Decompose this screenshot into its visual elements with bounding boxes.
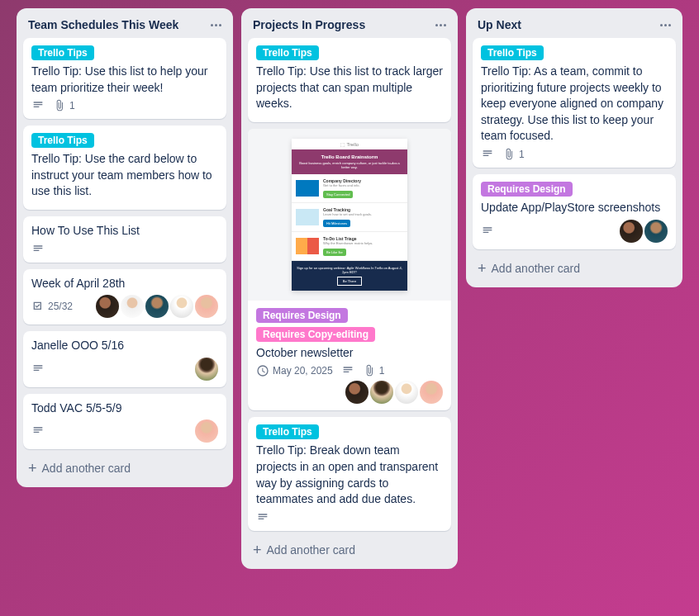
description-icon: [481, 225, 494, 238]
description-icon: [31, 99, 45, 112]
list-menu-button[interactable]: [660, 24, 671, 26]
card-title: Janelle OOO 5/16: [31, 338, 218, 354]
card-title: Week of April 28th: [31, 276, 218, 292]
label-trello-tips[interactable]: Trello Tips: [256, 45, 319, 60]
checklist-badge: 25/32: [31, 300, 73, 313]
avatar[interactable]: [644, 220, 668, 243]
card-october-newsletter[interactable]: ⬚ Trello Trello Board BrainstormBoost bu…: [248, 129, 451, 411]
card-members: [96, 295, 218, 318]
avatar[interactable]: [195, 419, 218, 443]
list-team-schedules: Team Schedules This Week Trello Tips Tre…: [17, 8, 233, 487]
list-header: Team Schedules This Week: [23, 15, 226, 38]
avatar[interactable]: [121, 295, 144, 318]
newsletter-preview: ⬚ Trello Trello Board BrainstormBoost bu…: [292, 139, 407, 291]
card-janelle-ooo[interactable]: Janelle OOO 5/16: [23, 331, 226, 387]
list-title[interactable]: Up Next: [478, 18, 521, 31]
plus-icon: +: [478, 261, 487, 276]
card-tip-breakdown[interactable]: Trello Tips Trello Tip: Break down team …: [248, 417, 451, 530]
attachment-badge: 1: [363, 364, 385, 377]
avatar[interactable]: [620, 220, 643, 243]
label-trello-tips[interactable]: Trello Tips: [481, 45, 544, 60]
card-how-to-use[interactable]: How To Use This List: [23, 216, 226, 263]
description-icon: [31, 243, 45, 256]
card-members: [195, 419, 218, 443]
card-title: Trello Tip: Break down team projects in …: [256, 443, 443, 507]
attachment-badge: 1: [53, 99, 75, 112]
card-cover: ⬚ Trello Trello Board BrainstormBoost bu…: [248, 129, 451, 301]
card-title: Trello Tip: Use this list to track large…: [256, 64, 443, 112]
card-title: October newsletter: [256, 345, 443, 362]
add-card-button[interactable]: + Add another card: [248, 538, 451, 562]
card-title: Trello Tip: Use the card below to instru…: [31, 151, 218, 200]
avatar[interactable]: [420, 381, 443, 404]
add-card-button[interactable]: + Add another card: [473, 256, 676, 281]
list-up-next: Up Next Trello Tips Trello Tip: As a tea…: [466, 8, 682, 287]
avatar[interactable]: [145, 295, 169, 318]
board: Team Schedules This Week Trello Tips Tre…: [17, 8, 682, 569]
list-menu-button[interactable]: [211, 24, 221, 26]
card-tip-commit[interactable]: Trello Tips Trello Tip: As a team, commi…: [473, 38, 676, 168]
due-date-badge[interactable]: May 20, 2025: [256, 364, 333, 377]
card-title: Todd VAC 5/5-5/9: [31, 400, 218, 417]
label-trello-tips[interactable]: Trello Tips: [256, 424, 319, 439]
label-requires-design[interactable]: Requires Design: [256, 308, 348, 323]
label-requires-copy[interactable]: Requires Copy-editing: [256, 327, 375, 342]
card-title: Update App/PlayStore screenshots: [481, 200, 668, 216]
plus-icon: +: [253, 543, 262, 557]
card-tip-prioritize[interactable]: Trello Tips Trello Tip: Use this list to…: [23, 38, 226, 119]
card-title: How To Use This List: [31, 223, 218, 239]
card-todd-vac[interactable]: Todd VAC 5/5-5/9: [23, 394, 226, 450]
avatar[interactable]: [96, 295, 119, 318]
card-members: [345, 381, 443, 404]
description-icon: [31, 424, 45, 438]
add-card-button[interactable]: + Add another card: [23, 456, 226, 481]
avatar[interactable]: [395, 381, 418, 404]
description-icon: [256, 511, 269, 524]
plus-icon: +: [28, 461, 37, 476]
description-icon: [341, 364, 354, 377]
card-tip-instruct[interactable]: Trello Tips Trello Tip: Use the card bel…: [23, 126, 226, 210]
card-title: Trello Tip: As a team, commit to priorit…: [481, 64, 668, 145]
list-title[interactable]: Projects In Progress: [253, 18, 365, 31]
avatar[interactable]: [195, 358, 218, 381]
avatar[interactable]: [170, 295, 193, 318]
list-menu-button[interactable]: [435, 24, 446, 26]
avatar[interactable]: [195, 295, 218, 318]
card-update-screenshots[interactable]: Requires Design Update App/PlayStore scr…: [473, 174, 676, 249]
card-title: Trello Tip: Use this list to help your t…: [31, 64, 218, 96]
card-tip-track-larger[interactable]: Trello Tips Trello Tip: Use this list to…: [248, 38, 451, 122]
list-projects-in-progress: Projects In Progress Trello Tips Trello …: [241, 8, 458, 569]
description-icon: [481, 148, 494, 161]
list-header: Up Next: [473, 15, 676, 38]
description-icon: [31, 362, 45, 376]
card-members: [195, 358, 218, 381]
label-requires-design[interactable]: Requires Design: [481, 182, 573, 197]
label-trello-tips[interactable]: Trello Tips: [31, 133, 94, 148]
list-title[interactable]: Team Schedules This Week: [28, 18, 178, 31]
card-members: [620, 220, 668, 243]
avatar[interactable]: [370, 381, 393, 404]
card-week-april28[interactable]: Week of April 28th 25/32: [23, 269, 226, 325]
label-trello-tips[interactable]: Trello Tips: [31, 45, 94, 60]
attachment-badge: 1: [502, 148, 525, 161]
list-header: Projects In Progress: [248, 15, 451, 38]
avatar[interactable]: [345, 381, 369, 404]
